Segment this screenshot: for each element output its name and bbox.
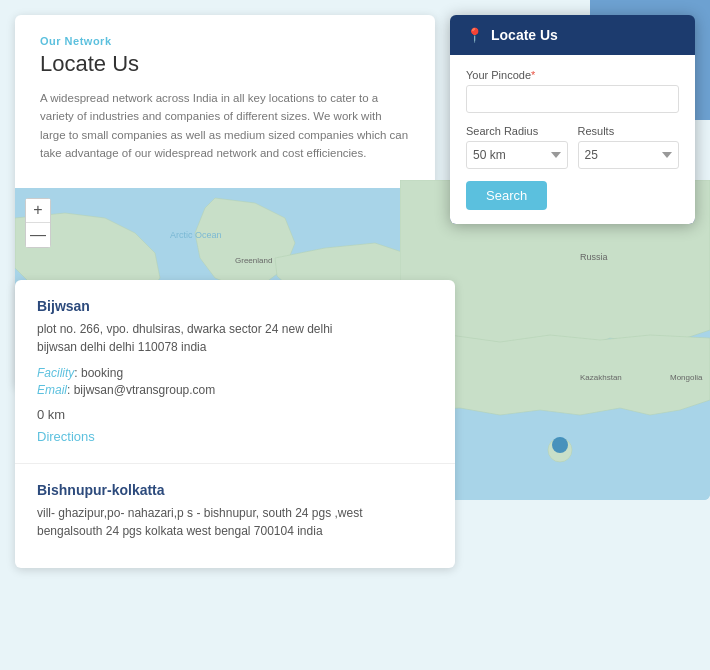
results-select[interactable]: 25 10 50 [578,141,680,169]
svg-text:Mongolia: Mongolia [670,373,703,382]
result-facility-1: Facility: booking [37,366,433,380]
radius-label: Search Radius [466,125,568,137]
form-row: Search Radius 50 km 25 km 100 km Results… [466,125,679,169]
zoom-out-button[interactable]: — [26,223,50,247]
locate-form-panel: 📍 Locate Us Your Pincode* Search Radius … [450,15,695,224]
result-distance-1: 0 km [37,407,433,422]
svg-point-11 [552,437,568,453]
pincode-label: Your Pincode* [466,69,679,81]
description-text: A widespread network across India in all… [40,89,410,163]
results-col: Results 25 10 50 [578,125,680,169]
map-zoom-controls: + — [25,198,51,248]
pin-icon: 📍 [466,27,483,43]
card-header: Our Network Locate Us A widespread netwo… [15,15,435,188]
svg-text:Russia: Russia [580,252,608,262]
result-item-bishnupur: Bishnupur-kolkatta vill- ghazipur,po- na… [15,464,455,568]
svg-text:Kazakhstan: Kazakhstan [580,373,622,382]
results-label: Results [578,125,680,137]
main-title: Locate Us [40,51,410,77]
svg-text:Greenland: Greenland [235,256,272,265]
result-name-1: Bijwsan [37,298,433,314]
network-label: Our Network [40,35,410,47]
results-panel: Bijwsan plot no. 266, vpo. dhulsiras, dw… [15,280,455,568]
radius-col: Search Radius 50 km 25 km 100 km [466,125,568,169]
form-body: Your Pincode* Search Radius 50 km 25 km … [450,55,695,224]
pincode-input[interactable] [466,85,679,113]
directions-link-1[interactable]: Directions [37,429,95,444]
form-title: Locate Us [491,27,558,43]
result-email-1: Email: bijwsan@vtransgroup.com [37,383,433,397]
result-address-1: plot no. 266, vpo. dhulsiras, dwarka sec… [37,320,433,356]
search-button[interactable]: Search [466,181,547,210]
zoom-in-button[interactable]: + [26,199,50,223]
result-address-2: vill- ghazipur,po- nahazari,p s - bishnu… [37,504,433,540]
svg-text:Arctic Ocean: Arctic Ocean [170,230,222,240]
result-item-bijwsan: Bijwsan plot no. 266, vpo. dhulsiras, dw… [15,280,455,464]
radius-select[interactable]: 50 km 25 km 100 km [466,141,568,169]
form-header: 📍 Locate Us [450,15,695,55]
result-name-2: Bishnupur-kolkatta [37,482,433,498]
